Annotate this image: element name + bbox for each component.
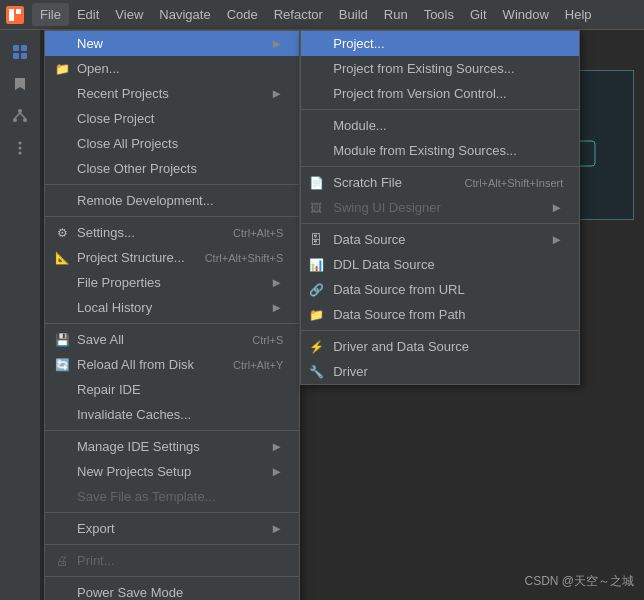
divider-6 bbox=[45, 544, 299, 545]
manage-settings-label: Manage IDE Settings bbox=[77, 439, 200, 454]
save-icon: 💾 bbox=[53, 331, 71, 349]
file-recent-item[interactable]: Recent Projects ► bbox=[45, 81, 299, 106]
new-driver-data-item[interactable]: ⚡ Driver and Data Source bbox=[301, 334, 579, 359]
file-export-item[interactable]: Export ► bbox=[45, 516, 299, 541]
data-source-label: Data Source bbox=[333, 232, 405, 247]
file-repair-item[interactable]: Repair IDE bbox=[45, 377, 299, 402]
print-icon: 🖨 bbox=[53, 552, 71, 570]
file-open-item[interactable]: 📁 Open... bbox=[45, 56, 299, 81]
structure-icon: 📐 bbox=[53, 249, 71, 267]
file-new-projects-item[interactable]: New Projects Setup ► bbox=[45, 459, 299, 484]
project-vcs-label: Project from Version Control... bbox=[333, 86, 506, 101]
file-invalidate-item[interactable]: Invalidate Caches... bbox=[45, 402, 299, 427]
save-template-label: Save File as Template... bbox=[77, 489, 216, 504]
settings-label: Settings... bbox=[77, 225, 135, 240]
menu-help[interactable]: Help bbox=[557, 3, 600, 26]
app-logo bbox=[4, 4, 26, 26]
file-project-structure-item[interactable]: 📐 Project Structure... Ctrl+Alt+Shift+S bbox=[45, 245, 299, 270]
new-driver-item[interactable]: 🔧 Driver bbox=[301, 359, 579, 384]
menu-tools[interactable]: Tools bbox=[416, 3, 462, 26]
data-path-icon: 📁 bbox=[307, 306, 325, 324]
new-project-vcs-item[interactable]: Project from Version Control... bbox=[301, 81, 579, 106]
menu-code[interactable]: Code bbox=[219, 3, 266, 26]
menu-build[interactable]: Build bbox=[331, 3, 376, 26]
new-divider-1 bbox=[301, 109, 579, 110]
local-history-arrow: ► bbox=[270, 300, 283, 315]
file-props-label: File Properties bbox=[77, 275, 161, 290]
new-label: New bbox=[77, 36, 103, 51]
data-source-icon: 🗄 bbox=[307, 231, 325, 249]
export-label: Export bbox=[77, 521, 115, 536]
new-ddl-item[interactable]: 📊 DDL Data Source bbox=[301, 252, 579, 277]
new-data-path-item[interactable]: 📁 Data Source from Path bbox=[301, 302, 579, 327]
ddl-icon: 📊 bbox=[307, 256, 325, 274]
swing-label: Swing UI Designer bbox=[333, 200, 441, 215]
menu-view[interactable]: View bbox=[107, 3, 151, 26]
project-structure-shortcut: Ctrl+Alt+Shift+S bbox=[185, 252, 284, 264]
file-dropdown: New ► 📁 Open... Recent Projects ► Close … bbox=[44, 30, 300, 600]
file-manage-settings-item[interactable]: Manage IDE Settings ► bbox=[45, 434, 299, 459]
divider-1 bbox=[45, 184, 299, 185]
file-props-arrow: ► bbox=[270, 275, 283, 290]
file-power-save-item[interactable]: Power Save Mode bbox=[45, 580, 299, 600]
file-close-other-item[interactable]: Close Other Projects bbox=[45, 156, 299, 181]
manage-settings-arrow: ► bbox=[270, 439, 283, 454]
new-scratch-item[interactable]: 📄 Scratch File Ctrl+Alt+Shift+Insert bbox=[301, 170, 579, 195]
new-divider-4 bbox=[301, 330, 579, 331]
file-print-item[interactable]: 🖨 Print... bbox=[45, 548, 299, 573]
watermark: CSDN @天空～之城 bbox=[524, 573, 634, 590]
file-new-item[interactable]: New ► bbox=[45, 31, 299, 56]
menu-navigate[interactable]: Navigate bbox=[151, 3, 218, 26]
new-data-url-item[interactable]: 🔗 Data Source from URL bbox=[301, 277, 579, 302]
remote-label: Remote Development... bbox=[77, 193, 214, 208]
repair-label: Repair IDE bbox=[77, 382, 141, 397]
driver-data-icon: ⚡ bbox=[307, 338, 325, 356]
reload-icon: 🔄 bbox=[53, 356, 71, 374]
file-properties-item[interactable]: File Properties ► bbox=[45, 270, 299, 295]
new-project-existing-item[interactable]: Project from Existing Sources... bbox=[301, 56, 579, 81]
file-remote-item[interactable]: Remote Development... bbox=[45, 188, 299, 213]
folder-icon: 📁 bbox=[53, 60, 71, 78]
scratch-shortcut: Ctrl+Alt+Shift+Insert bbox=[444, 177, 563, 189]
file-save-all-item[interactable]: 💾 Save All Ctrl+S bbox=[45, 327, 299, 352]
menubar: File Edit View Navigate Code Refactor Bu… bbox=[0, 0, 644, 30]
menu-file[interactable]: File bbox=[32, 3, 69, 26]
project-structure-label: Project Structure... bbox=[77, 250, 185, 265]
reload-shortcut: Ctrl+Alt+Y bbox=[213, 359, 283, 371]
local-history-label: Local History bbox=[77, 300, 152, 315]
power-save-label: Power Save Mode bbox=[77, 585, 183, 600]
file-close-all-item[interactable]: Close All Projects bbox=[45, 131, 299, 156]
new-swing-item[interactable]: 🖼 Swing UI Designer ► bbox=[301, 195, 579, 220]
recent-arrow: ► bbox=[270, 86, 283, 101]
new-module-item[interactable]: Module... bbox=[301, 113, 579, 138]
new-project-item[interactable]: Project... bbox=[301, 31, 579, 56]
project-existing-label: Project from Existing Sources... bbox=[333, 61, 514, 76]
menu-refactor[interactable]: Refactor bbox=[266, 3, 331, 26]
save-all-shortcut: Ctrl+S bbox=[232, 334, 283, 346]
file-close-item[interactable]: Close Project bbox=[45, 106, 299, 131]
divider-5 bbox=[45, 512, 299, 513]
file-save-template-item[interactable]: Save File as Template... bbox=[45, 484, 299, 509]
print-label: Print... bbox=[77, 553, 115, 568]
file-reload-item[interactable]: 🔄 Reload All from Disk Ctrl+Alt+Y bbox=[45, 352, 299, 377]
new-submenu: Project... Project from Existing Sources… bbox=[300, 30, 580, 385]
menu-window[interactable]: Window bbox=[495, 3, 557, 26]
divider-2 bbox=[45, 216, 299, 217]
driver-data-label: Driver and Data Source bbox=[333, 339, 469, 354]
swing-icon: 🖼 bbox=[307, 199, 325, 217]
module-existing-label: Module from Existing Sources... bbox=[333, 143, 517, 158]
file-settings-item[interactable]: ⚙ Settings... Ctrl+Alt+S bbox=[45, 220, 299, 245]
scratch-icon: 📄 bbox=[307, 174, 325, 192]
menu-run[interactable]: Run bbox=[376, 3, 416, 26]
file-local-history-item[interactable]: Local History ► bbox=[45, 295, 299, 320]
divider-4 bbox=[45, 430, 299, 431]
new-projects-label: New Projects Setup bbox=[77, 464, 191, 479]
menu-edit[interactable]: Edit bbox=[69, 3, 107, 26]
new-divider-3 bbox=[301, 223, 579, 224]
new-module-existing-item[interactable]: Module from Existing Sources... bbox=[301, 138, 579, 163]
close-other-label: Close Other Projects bbox=[77, 161, 197, 176]
open-label: Open... bbox=[77, 61, 120, 76]
menu-git[interactable]: Git bbox=[462, 3, 495, 26]
new-divider-2 bbox=[301, 166, 579, 167]
new-data-source-item[interactable]: 🗄 Data Source ► bbox=[301, 227, 579, 252]
